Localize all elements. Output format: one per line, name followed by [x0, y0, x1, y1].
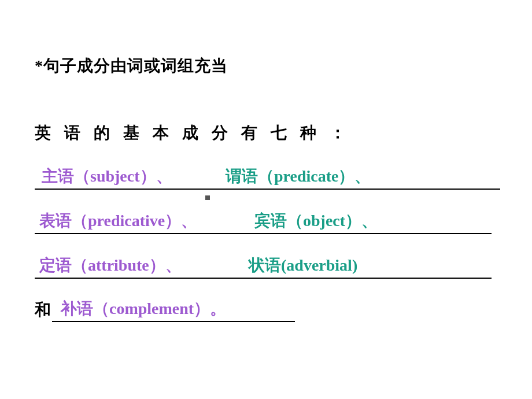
predicative-text: 表语（predicative）、 — [39, 210, 197, 232]
underline-3 — [35, 278, 492, 279]
attribute-text: 定语（attribute）、 — [39, 254, 182, 276]
underline-4 — [52, 321, 295, 322]
complement-text: 补语（complement）。 — [61, 298, 226, 320]
adverbial-text: 状语(adverbial) — [249, 254, 357, 276]
fill-row-2: 表语（predicative）、 宾语（object）、 — [35, 203, 500, 246]
heading-line: 英语的基本成分有七种： — [35, 122, 500, 144]
fill-row-4: 和 补语（complement）。 — [35, 293, 500, 328]
fill-row-1: 主语（subject）、 谓语（predicate）、 — [35, 158, 500, 201]
object-text: 宾语（object）、 — [254, 210, 378, 232]
underline-2 — [35, 233, 492, 234]
fill-row-3: 定语（attribute）、 状语(adverbial) — [35, 247, 500, 290]
intro-line: *句子成分由词或词组充当 — [35, 55, 500, 77]
predicate-text: 谓语（predicate）、 — [226, 165, 371, 187]
center-marker — [205, 195, 210, 200]
and-char: 和 — [35, 299, 51, 321]
subject-text: 主语（subject）、 — [42, 165, 172, 187]
underline-1 — [35, 189, 500, 190]
